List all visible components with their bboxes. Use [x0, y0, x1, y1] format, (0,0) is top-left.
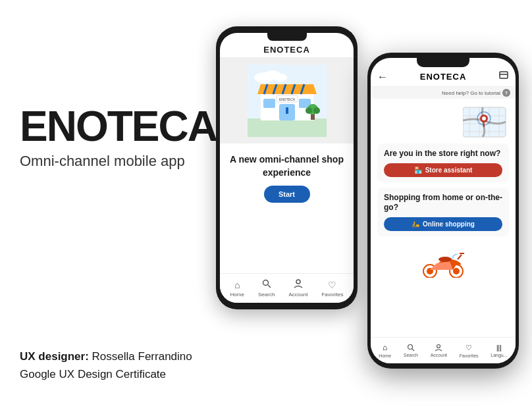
phone2-nav-language[interactable]: ||| Langu...: [491, 344, 507, 357]
section2-card: Shopping from home or on-the-go? 🛵 Onlin…: [377, 188, 509, 236]
scooter-area: [377, 242, 509, 281]
svg-point-36: [482, 117, 486, 120]
designer-name: Rossella Ferrandino: [92, 350, 192, 363]
phone2-home-icon: ⌂: [383, 343, 387, 352]
nav-label-search: Search: [258, 292, 275, 298]
nav-label-home: Home: [230, 292, 244, 298]
nav-label-favorites: Favorites: [321, 292, 343, 298]
phone2-language-icon: |||: [496, 344, 502, 351]
back-arrow-icon[interactable]: ←: [377, 71, 388, 83]
store-assistant-button[interactable]: 🏪 Store assistant: [384, 163, 502, 177]
scooter-illustration: [417, 245, 469, 278]
phone2-nav-search-label: Search: [404, 353, 418, 357]
online-btn-label: Online shopping: [423, 221, 475, 228]
svg-point-22: [263, 280, 268, 286]
phones-container: ENOTECA: [196, 13, 519, 402]
store-icon: 🏪: [414, 167, 422, 174]
section1-card: Are you in the store right now? 🏪 Store …: [377, 143, 509, 182]
nav-item-search[interactable]: Search: [258, 279, 275, 298]
online-shopping-button[interactable]: 🛵 Online shopping: [384, 217, 502, 231]
phone2-account-icon: [435, 344, 442, 351]
phone1-text-section: A new omni-channel shop experience Start: [220, 143, 354, 209]
phone1: ENOTECA: [216, 26, 358, 309]
scooter-inline-icon: 🛵: [412, 221, 419, 228]
svg-point-43: [439, 257, 452, 262]
phone2-header: ← ENOTECA: [371, 67, 516, 87]
help-text: Need help? Go to tutorial: [442, 90, 500, 96]
phone1-notch: [267, 33, 307, 41]
svg-text:ENOTECA: ENOTECA: [279, 97, 295, 101]
svg-rect-13: [286, 107, 288, 114]
phone1-start-button[interactable]: Start: [264, 186, 310, 203]
phone1-header: ENOTECA: [220, 41, 354, 58]
svg-line-23: [268, 285, 271, 288]
svg-point-42: [453, 268, 460, 274]
home-icon: ⌂: [234, 280, 240, 290]
phone1-tagline: A new omni-channel shop experience: [226, 153, 347, 179]
nav-label-account: Account: [288, 292, 307, 298]
designer-label: UX designer:: [20, 350, 92, 363]
nav-item-home[interactable]: ⌂ Home: [230, 280, 244, 298]
svg-rect-4: [248, 118, 327, 137]
phone2-title: ENOTECA: [420, 72, 467, 82]
phone2-nav-home-label: Home: [379, 353, 391, 358]
phone2-favorites-icon: ♡: [466, 344, 472, 352]
phone2-nav-favorites-label: Favorites: [460, 353, 479, 358]
svg-point-20: [306, 107, 312, 114]
svg-rect-25: [500, 72, 508, 78]
phone2: ← ENOTECA Need help? Go to tutorial ?: [367, 53, 519, 369]
phone2-nav-language-label: Langu...: [491, 353, 507, 357]
search-icon: [262, 279, 271, 290]
svg-point-21: [313, 107, 320, 114]
svg-point-46: [408, 345, 412, 350]
store-btn-label: Store assistant: [425, 167, 473, 174]
svg-point-48: [437, 345, 440, 348]
store-illustration: ENOTECA: [248, 65, 327, 137]
favorites-icon: ♡: [328, 280, 336, 290]
phone2-nav-account-label: Account: [431, 353, 447, 357]
svg-line-44: [458, 255, 462, 259]
phone2-nav: ⌂ Home Search Account ♡ Favorites |||: [371, 337, 516, 363]
phone2-nav-home[interactable]: ⌂ Home: [379, 343, 391, 358]
map-image: [463, 104, 509, 140]
phone2-search-icon: [407, 344, 415, 351]
svg-line-47: [412, 349, 414, 351]
phone2-nav-search[interactable]: Search: [404, 344, 418, 357]
svg-point-3: [274, 74, 287, 82]
phone2-content: Are you in the store right now? 🏪 Store …: [371, 99, 516, 286]
svg-point-24: [296, 280, 300, 284]
phone1-nav: ⌂ Home Search Account ♡ Fa: [220, 273, 354, 303]
section2-question: Shopping from home or on-the-go?: [384, 193, 502, 213]
nav-item-favorites[interactable]: ♡ Favorites: [321, 280, 343, 298]
account-icon: [294, 279, 303, 290]
svg-rect-14: [263, 99, 275, 108]
phone2-notch: [417, 58, 469, 67]
phone2-nav-favorites[interactable]: ♡ Favorites: [460, 344, 479, 358]
help-bar: Need help? Go to tutorial ?: [371, 87, 516, 99]
cart-icon[interactable]: [498, 70, 509, 83]
phone2-nav-account[interactable]: Account: [431, 344, 447, 357]
nav-item-account[interactable]: Account: [288, 279, 307, 298]
phone1-screen: ENOTECA: [220, 33, 354, 303]
phone2-screen: ← ENOTECA Need help? Go to tutorial ?: [371, 58, 516, 363]
phone1-store-image: ENOTECA: [220, 58, 354, 143]
section1-question: Are you in the store right now?: [384, 149, 502, 159]
help-icon[interactable]: ?: [502, 89, 510, 97]
